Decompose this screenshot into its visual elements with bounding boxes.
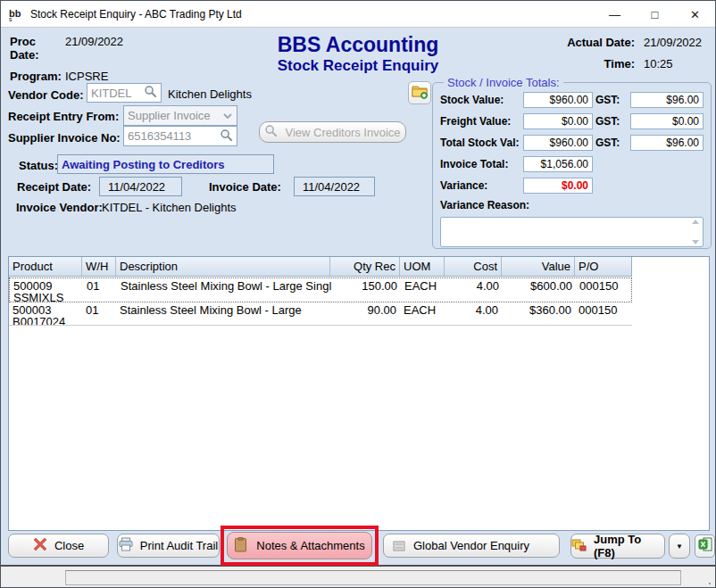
supplier-invoice-no-label: Supplier Invoice No: [8,131,121,145]
app-title: BBS Accounting [179,33,537,57]
invoice-vendor-value: KITDEL - Kitchen Delights [102,201,237,214]
stock-gst-field: $96.00 [630,92,704,108]
notepad-icon [234,537,247,555]
table-header-cost[interactable]: Cost [445,257,502,276]
jump-to-button[interactable]: Jump To (F8) [570,534,665,559]
proc-date-label: Proc Date: [10,35,65,62]
table-row[interactable]: 500009 SSMIXLS 01 Stainless Steel Mixing… [9,277,632,302]
cell-qty-rec: 90.00 [330,302,400,325]
receipt-entry-from-select: Supplier Invoice [123,105,237,126]
stock-invoice-totals-group: Stock / Invoice Totals: Stock Value: $96… [432,76,712,249]
invoice-date-field: 11/04/2022 [294,177,375,196]
print-audit-trail-button[interactable]: Print Audit Trail [117,534,220,558]
app-window: bb s Stock Receipt Enquiry - ABC Trading… [0,0,716,588]
invoice-date-label: Invoice Date: [209,180,281,194]
total-gst-field: $96.00 [630,135,704,151]
vendor-name: Kitchen Delights [168,87,252,101]
cell-description: Stainless Steel Mixing Bowl - Large [116,302,330,325]
page-title: Stock Receipt Enquiry [179,57,537,75]
maximize-button[interactable]: □ [635,1,675,28]
totals-legend: Stock / Invoice Totals: [444,76,563,89]
table-header-uom[interactable]: UOM [400,257,445,276]
close-icon [33,537,47,554]
table-header-value[interactable]: Value [502,257,575,276]
table-header-row: Product W/H Description Qty Rec UOM Cost… [9,257,632,277]
add-attachment-button[interactable] [408,81,431,104]
freight-gst-label: GST: [595,115,628,128]
status-label: Status: [19,159,58,172]
actual-date-value: 21/09/2022 [644,36,708,49]
cell-product: 500003 B0017024 [9,302,82,325]
search-icon [264,124,278,140]
time-label: Time: [567,57,635,70]
stock-gst-label: GST: [595,94,628,106]
actual-date-label: Actual Date: [567,36,635,49]
table-row[interactable]: 500003 B0017024 01 Stainless Steel Mixin… [9,302,632,326]
excel-icon [698,537,712,555]
cell-uom: EACH [401,278,445,302]
app-logo-icon: bb s [8,6,24,22]
spin-down-icon[interactable] [692,240,699,244]
notes-attachments-button[interactable]: Notes & Attachments [227,532,372,559]
table-header-description[interactable]: Description [116,257,330,276]
time-value: 10:25 [644,57,708,70]
export-excel-button[interactable] [695,534,715,558]
cell-wh: 01 [83,278,117,302]
titlebar: bb s Stock Receipt Enquiry - ABC Trading… [1,1,715,28]
view-creditors-invoice-button[interactable]: View Creditors Invoice [259,121,406,143]
cell-description: Stainless Steel Mixing Bowl - Large Sing… [117,278,331,302]
invoice-total-field: $1,056.00 [523,156,593,172]
card-file-icon [392,539,406,556]
freight-gst-field: $0.00 [630,113,704,129]
proc-date-value: 21/09/2022 [65,35,123,62]
window-controls: — □ ✕ [595,1,715,28]
close-window-button[interactable]: ✕ [675,1,715,28]
folder-plus-icon [412,83,428,103]
cell-product: 500009 SSMIXLS [10,278,83,302]
cell-po: 000150 [575,302,631,325]
receipt-entry-from-label: Receipt Entry From: [8,110,119,123]
chevron-down-icon [222,109,233,122]
printer-icon [119,537,133,554]
svg-text:s: s [9,16,12,22]
cell-cost: 4.00 [445,302,502,325]
stock-value-field: $960.00 [523,92,593,108]
header-right: Actual Date: 21/09/2022 Time: 10:25 [567,36,708,70]
freight-value-label: Freight Value: [440,115,520,128]
supplier-invoice-no-field[interactable]: 6516354113 [123,126,237,146]
freight-value-field: $0.00 [523,113,593,129]
global-vendor-enquiry-button[interactable]: Global Vendor Enquiry [383,534,560,558]
cell-cost: 4.00 [445,278,503,302]
receipt-date-label: Receipt Date: [17,180,91,194]
receipt-date-field: 11/04/2022 [99,177,182,196]
vendor-code-label: Vendor Code: [8,88,84,102]
invoice-total-label: Invoice Total: [440,158,520,170]
close-button[interactable]: Close [8,534,109,558]
resize-grip[interactable] [709,583,711,584]
status-message-area [65,570,681,585]
spin-up-icon[interactable] [692,219,699,224]
variance-reason-input[interactable] [440,217,704,247]
table-header-wh[interactable]: W/H [82,257,116,276]
total-gst-label: GST: [595,137,628,149]
table-header-po[interactable]: P/O [575,257,631,276]
variance-field: $0.00 [523,178,593,194]
minimize-button[interactable]: — [595,1,635,28]
variance-label: Variance: [440,179,520,192]
total-stock-field: $960.00 [523,135,593,151]
cell-qty-rec: 150.00 [331,278,401,302]
jump-to-dropdown-button[interactable]: ▼ [669,534,690,559]
search-icon[interactable] [220,128,233,145]
products-table: Product W/H Description Qty Rec UOM Cost… [8,256,710,531]
annotation-highlight: Notes & Attachments [221,526,379,566]
window-title: Stock Receipt Enquiry - ABC Trading Pty … [30,8,242,21]
table-header-qty-rec[interactable]: Qty Rec [330,257,400,276]
cell-uom: EACH [400,302,445,325]
invoice-vendor-label: Invoice Vendor: [16,201,103,214]
stock-value-label: Stock Value: [440,94,520,106]
search-icon[interactable] [144,85,157,101]
table-header-product[interactable]: Product [9,257,82,276]
program-value: ICPSRE [65,70,123,83]
vendor-code-field[interactable]: KITDEL [87,83,162,103]
folders-icon [571,538,587,555]
